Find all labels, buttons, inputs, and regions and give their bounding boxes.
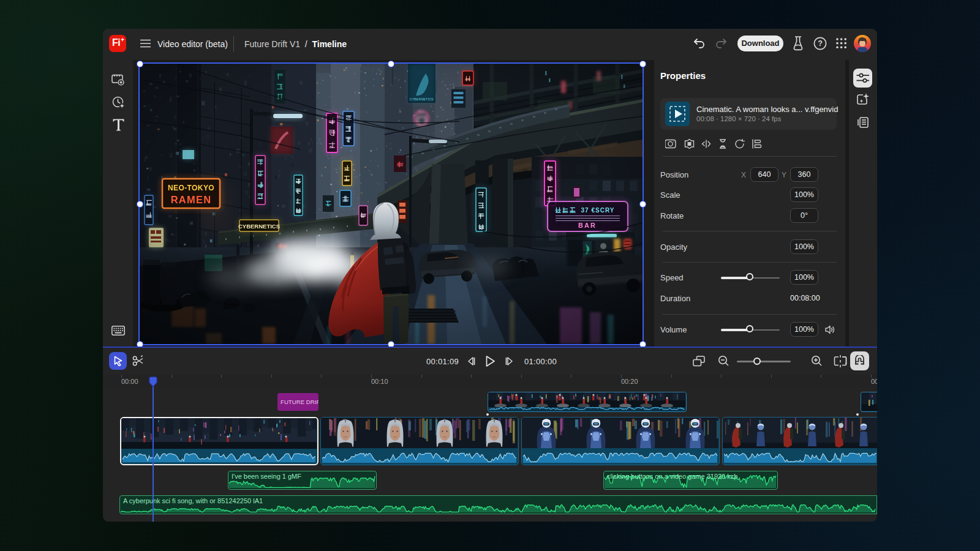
svg-text:?: ?	[818, 39, 823, 48]
